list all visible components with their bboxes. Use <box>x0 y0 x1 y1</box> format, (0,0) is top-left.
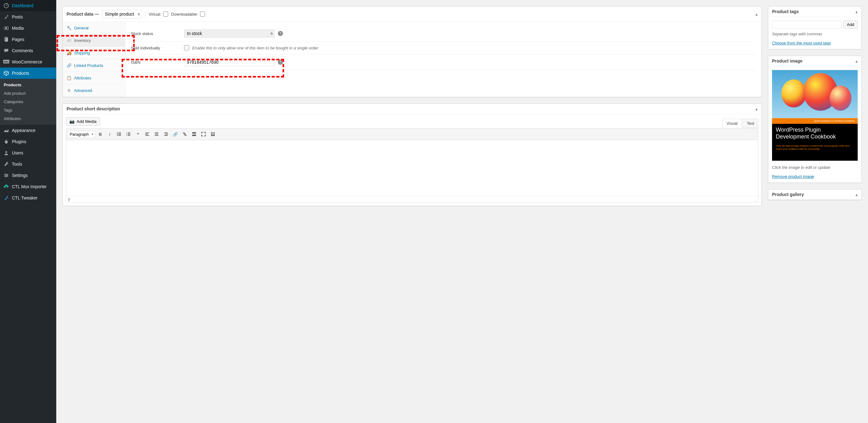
stock-status-select[interactable]: In stock <box>184 29 275 37</box>
tag-input[interactable] <box>772 21 841 28</box>
align-right-button[interactable] <box>162 130 170 139</box>
product-image-thumb[interactable]: Quick answers to common problems WordPre… <box>772 70 858 161</box>
fullscreen-button[interactable] <box>199 130 208 139</box>
book-band: Quick answers to common problems <box>772 118 858 124</box>
remove-image-link[interactable]: Remove product image <box>772 174 814 179</box>
add-media-button[interactable]: 📷 Add Media <box>66 117 100 126</box>
svg-point-17 <box>117 135 118 136</box>
editor-toolbar: Paragraph B I 123 ❝ 🔗 <box>66 128 758 140</box>
virtual-checkbox-row: Virtual: <box>149 11 168 17</box>
downloadable-label: Downloadable: <box>171 12 198 17</box>
svg-rect-29 <box>155 134 158 134</box>
menu-woocommerce[interactable]: Woo WooCommerce <box>0 56 56 67</box>
svg-rect-10 <box>5 174 6 175</box>
submenu-products-list[interactable]: Products <box>0 81 56 89</box>
tab-label: Linked Products <box>74 63 103 68</box>
products-icon <box>3 70 9 76</box>
downloadable-checkbox-row: Downloadable: <box>171 11 205 17</box>
menu-posts[interactable]: Posts <box>0 11 56 23</box>
submenu-tags[interactable]: Tags <box>0 106 56 114</box>
users-icon <box>3 150 9 156</box>
submenu-attributes[interactable]: Attributes <box>0 114 56 123</box>
tab-label: Shipping <box>74 51 90 55</box>
svg-point-6 <box>5 151 7 153</box>
media-icon <box>3 25 9 31</box>
most-used-tags-link[interactable]: Choose from the most used tags <box>772 41 831 45</box>
help-icon[interactable]: ? <box>278 31 283 36</box>
svg-rect-12 <box>6 176 6 177</box>
comments-icon <box>3 48 9 54</box>
isbn-label: ISBN <box>131 60 184 65</box>
downloadable-checkbox[interactable] <box>200 11 205 17</box>
svg-rect-43 <box>211 135 215 136</box>
menu-ctl-tweaker[interactable]: CTL Tweaker <box>0 192 56 204</box>
tab-inventory[interactable]: 🏷 Inventory <box>63 34 125 47</box>
gear-icon: ⚙ <box>67 88 71 93</box>
woo-icon: Woo <box>3 59 9 65</box>
read-more-button[interactable] <box>190 130 198 139</box>
toolbar-toggle-button[interactable] <box>209 130 217 139</box>
align-left-button[interactable] <box>143 130 152 139</box>
product-data-tabs: 🔧 General 🏷 Inventory 🚚 Shipping <box>63 22 125 97</box>
submenu-add-product[interactable]: Add product <box>0 89 56 97</box>
add-media-label: Add Media <box>76 119 97 124</box>
product-data-panel: Product data — Simple product Virtual: <box>63 6 762 97</box>
collapse-toggle[interactable]: ▴ <box>856 9 858 14</box>
collapse-toggle[interactable]: ▴ <box>856 192 858 197</box>
unlink-button[interactable] <box>180 130 189 139</box>
submenu-categories[interactable]: Categories <box>0 97 56 106</box>
blockquote-button[interactable]: ❝ <box>133 130 142 139</box>
resize-handle[interactable]: ˎ <box>754 197 756 201</box>
sold-individually-checkbox[interactable] <box>184 45 189 50</box>
virtual-label: Virtual: <box>149 12 161 17</box>
svg-rect-30 <box>155 135 158 136</box>
menu-dashboard[interactable]: Dashboard <box>0 0 56 11</box>
menu-comments[interactable]: Comments <box>0 45 56 56</box>
collapse-toggle[interactable]: ▴ <box>755 107 758 111</box>
svg-rect-35 <box>192 134 196 134</box>
add-tag-button[interactable]: Add <box>843 21 858 28</box>
product-type-select[interactable]: Simple product <box>102 10 142 19</box>
pages-icon <box>3 36 9 42</box>
editor-content[interactable]: p ˎ <box>66 140 758 203</box>
menu-settings[interactable]: Settings <box>0 170 56 181</box>
editor-tab-visual[interactable]: Visual <box>722 119 741 128</box>
bold-button[interactable]: B <box>96 130 105 139</box>
appearance-icon <box>3 127 9 133</box>
svg-rect-27 <box>145 135 149 136</box>
svg-rect-22 <box>128 134 130 134</box>
book-subtitle: Over 80 step-by-step recipes to extend t… <box>776 145 854 151</box>
tab-shipping[interactable]: 🚚 Shipping <box>63 47 125 59</box>
numbered-list-button[interactable]: 123 <box>124 130 133 139</box>
menu-users[interactable]: Users <box>0 147 56 158</box>
menu-appearance[interactable]: Appearance <box>0 125 56 136</box>
tab-advanced[interactable]: ⚙ Advanced <box>63 84 125 97</box>
align-center-button[interactable] <box>152 130 161 139</box>
list-icon: 📋 <box>67 75 71 80</box>
menu-media[interactable]: Media <box>0 23 56 34</box>
editor-tab-text[interactable]: Text <box>743 119 758 128</box>
menu-pages[interactable]: Pages <box>0 34 56 45</box>
collapse-toggle[interactable]: ▴ <box>755 12 758 17</box>
bullet-list-button[interactable] <box>115 130 123 139</box>
menu-products[interactable]: Products <box>0 67 56 79</box>
tab-attributes[interactable]: 📋 Attributes <box>63 72 125 84</box>
menu-ctl-msx-importer[interactable]: CTL Msx Importer <box>0 181 56 192</box>
balloon-graphic <box>781 80 806 108</box>
tab-label: General <box>74 26 89 30</box>
menu-tools[interactable]: Tools <box>0 158 56 170</box>
link-button[interactable]: 🔗 <box>171 130 180 139</box>
format-select[interactable]: Paragraph <box>67 131 95 138</box>
product-gallery-title: Product gallery <box>772 192 804 197</box>
menu-plugins[interactable]: Plugins <box>0 136 56 147</box>
isbn-input[interactable] <box>184 58 275 66</box>
admin-sidebar: Dashboard Posts Media Pages Comments Woo… <box>0 0 56 423</box>
collapse-toggle[interactable]: ▴ <box>856 59 858 63</box>
svg-rect-14 <box>119 132 121 133</box>
virtual-checkbox[interactable] <box>163 11 168 17</box>
help-icon[interactable]: ? <box>278 60 283 65</box>
tab-general[interactable]: 🔧 General <box>63 22 125 34</box>
italic-button[interactable]: I <box>105 130 114 139</box>
tab-linked-products[interactable]: 🔗 Linked Products <box>63 59 125 72</box>
book-title: WordPress Plugin Development Cookbook <box>776 126 854 140</box>
